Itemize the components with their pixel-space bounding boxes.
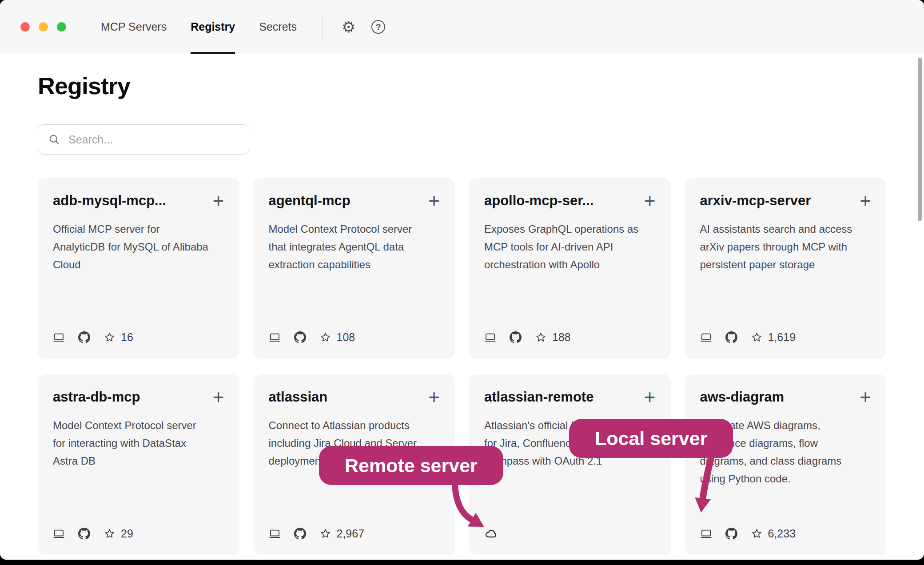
server-card-footer: 2,967 [269, 527, 440, 540]
star-icon [751, 331, 763, 343]
star-count: 16 [121, 331, 133, 344]
server-name: atlassian-remote [484, 389, 593, 405]
github-icon[interactable] [294, 528, 306, 540]
tab-registry[interactable]: Registry [191, 0, 235, 54]
add-server-button[interactable]: + [428, 193, 440, 208]
star-icon [319, 528, 331, 540]
star-icon [104, 528, 116, 540]
github-icon[interactable] [725, 528, 737, 540]
title-bar: MCP Servers Registry Secrets ⚙ ? [0, 0, 924, 54]
server-card: adb-mysql-mcp... + Official MCP server f… [38, 178, 239, 359]
server-description: AI assistants search and access arXiv pa… [700, 220, 856, 274]
server-name: adb-mysql-mcp... [53, 193, 166, 209]
github-icon[interactable] [78, 528, 90, 540]
server-card: arxiv-mcp-server + AI assistants search … [685, 178, 887, 359]
server-name: atlassian [269, 389, 328, 405]
add-server-button[interactable]: + [644, 389, 656, 405]
server-card-footer: 6,233 [700, 527, 872, 540]
page-title: Registry [38, 72, 886, 99]
server-description: Exposes GraphQL operations as MCP tools … [484, 220, 641, 274]
traffic-lights [0, 0, 66, 54]
search-icon [48, 133, 60, 146]
server-description: Model Context Protocol server that integ… [269, 220, 425, 274]
server-card-footer: 16 [53, 331, 224, 344]
star-icon [751, 528, 763, 540]
tab-mcp-servers[interactable]: MCP Servers [101, 0, 167, 54]
search-input[interactable] [68, 133, 239, 147]
add-server-button[interactable]: + [644, 193, 656, 208]
main-tabs: MCP Servers Registry Secrets [101, 0, 297, 54]
server-name: aws-diagram [700, 389, 785, 405]
laptop-icon [269, 528, 281, 540]
laptop-icon [53, 528, 65, 540]
star-count: 1,619 [768, 331, 796, 344]
add-server-button[interactable]: + [860, 389, 871, 405]
add-server-button[interactable]: + [428, 389, 440, 405]
server-name: agentql-mcp [269, 193, 350, 209]
search-box [38, 124, 249, 155]
github-icon[interactable] [294, 331, 306, 343]
laptop-icon [53, 331, 65, 343]
zoom-button[interactable] [57, 22, 66, 32]
server-card: aws-diagram + Generate AWS diagrams, seq… [685, 374, 887, 555]
add-server-button[interactable]: + [213, 193, 224, 208]
star-count: 6,233 [768, 527, 796, 540]
server-name: astra-db-mcp [53, 389, 140, 405]
laptop-icon [700, 331, 712, 343]
help-icon[interactable]: ? [371, 20, 385, 34]
server-name: arxiv-mcp-server [700, 193, 811, 209]
server-description: Official MCP server for AnalyticDB for M… [53, 220, 209, 274]
server-card: apollo-mcp-ser... + Exposes GraphQL oper… [469, 178, 671, 359]
add-server-button[interactable]: + [213, 389, 224, 405]
server-card-footer: 29 [53, 527, 224, 540]
star-icon [104, 331, 116, 343]
header-divider [323, 16, 323, 39]
star-count: 108 [337, 331, 355, 344]
settings-gear-icon[interactable]: ⚙ [342, 19, 355, 35]
server-card-footer: 108 [269, 331, 440, 344]
app-window: MCP Servers Registry Secrets ⚙ ? Registr… [0, 0, 924, 560]
laptop-icon [700, 528, 712, 540]
server-card: agentql-mcp + Model Context Protocol ser… [254, 178, 455, 359]
star-icon [535, 331, 547, 343]
github-icon[interactable] [725, 331, 737, 343]
scrollbar[interactable] [918, 58, 922, 221]
star-count: 2,967 [337, 527, 365, 540]
github-icon[interactable] [78, 331, 90, 343]
laptop-icon [269, 331, 281, 343]
server-name: apollo-mcp-ser... [484, 193, 593, 209]
server-card: astra-db-mcp + Model Context Protocol se… [38, 374, 239, 555]
server-description: Model Context Protocol server for intera… [53, 417, 209, 470]
header-icons: ⚙ ? [342, 0, 385, 54]
server-card-footer [484, 526, 656, 540]
laptop-icon [484, 331, 496, 343]
add-server-button[interactable]: + [860, 193, 871, 208]
minimize-button[interactable] [39, 22, 48, 32]
remote-server-callout: Remote server [319, 446, 503, 485]
server-grid: adb-mysql-mcp... + Official MCP server f… [38, 178, 886, 555]
close-button[interactable] [20, 22, 30, 32]
star-icon [319, 331, 331, 343]
github-icon[interactable] [510, 331, 522, 343]
cloud-icon [484, 526, 498, 540]
star-count: 188 [552, 331, 571, 344]
server-card-footer: 188 [484, 331, 656, 344]
star-count: 29 [121, 527, 133, 540]
tab-secrets[interactable]: Secrets [259, 0, 297, 54]
server-card-footer: 1,619 [700, 331, 872, 344]
local-server-callout: Local server [569, 419, 733, 458]
